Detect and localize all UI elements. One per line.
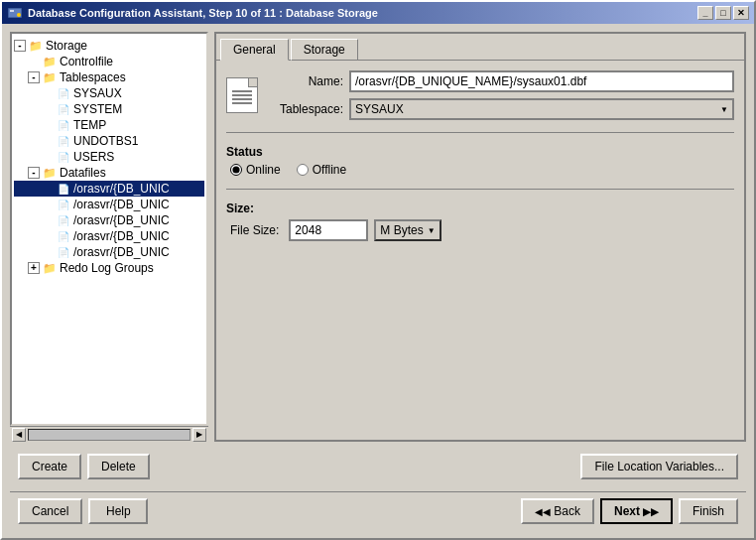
expand-storage[interactable]: - [14,40,26,52]
online-radio-item[interactable]: Online [230,163,281,177]
next-arrow: ▶▶ [643,506,659,517]
file-location-button[interactable]: File Location Variables... [580,454,738,479]
nav-right: ◀◀ Back Next ▶▶ Finish [521,498,738,524]
name-input[interactable] [349,70,734,92]
svg-rect-2 [10,10,14,12]
tab-general[interactable]: General [220,39,289,61]
file-icon-df2: 📄 [56,198,71,211]
file-size-label: File Size: [230,223,279,237]
tree-label-users: USERS [73,150,114,164]
tree-label-temp: TEMP [73,118,106,132]
cancel-button[interactable]: Cancel [18,498,82,524]
file-icon-df1: 📄 [56,182,71,196]
tree-item-users[interactable]: 📄 USERS [14,149,204,165]
close-button[interactable]: ✕ [733,6,749,20]
finish-button[interactable]: Finish [679,498,738,524]
tab-bar: General Storage [216,34,744,60]
bottom-toolbar: Create Delete File Location Variables... [10,450,746,483]
tree-label-system: SYSTEM [73,102,122,116]
file-icon-df3: 📄 [56,213,71,227]
tree-label-storage: Storage [46,39,87,53]
tree-item-storage[interactable]: - 📁 Storage [14,38,204,54]
tree-hscroll[interactable]: ◀ ▶ [10,426,208,442]
divider-status [226,132,734,133]
tree-item-datafiles[interactable]: - 📁 Datafiles [14,165,204,181]
tree-item-controlfile[interactable]: 📁 Controlfile [14,54,204,69]
svg-point-3 [17,13,21,17]
back-label: Back [554,504,580,518]
bytes-dropdown-arrow: ▼ [428,226,436,235]
tree-label-df5: /orasvr/{DB_UNIC [73,245,170,259]
status-radio-group: Online Offline [226,163,734,177]
tree-item-df1[interactable]: 📄 /orasvr/{DB_UNIC [14,181,204,197]
online-label: Online [246,163,281,177]
file-icon-sysaux: 📄 [56,86,71,100]
tree-item-redolog[interactable]: + 📁 Redo Log Groups [14,260,204,276]
right-panel: General Storage [214,32,746,442]
create-button[interactable]: Create [18,454,81,479]
folder-icon-tablespaces: 📁 [42,70,58,84]
delete-button[interactable]: Delete [87,454,150,479]
next-button[interactable]: Next ▶▶ [600,498,673,524]
folder-icon-datafiles: 📁 [42,166,58,180]
tree-label-tablespaces: Tablespaces [60,70,126,84]
offline-radio[interactable] [297,164,309,176]
online-radio[interactable] [230,164,242,176]
name-label: Name: [264,74,343,88]
scroll-track[interactable] [28,429,190,441]
tree-label-df2: /orasvr/{DB_UNIC [73,198,170,211]
tree-item-df4[interactable]: 📄 /orasvr/{DB_UNIC [14,228,204,244]
file-size-input[interactable] [289,219,368,241]
divider-size [226,189,734,190]
doc-lines [228,82,256,108]
doc-line-2 [232,94,252,96]
maximize-button[interactable]: □ [715,6,731,20]
offline-radio-item[interactable]: Offline [297,163,346,177]
general-tab-content: Name: Tablespace: SYSAUX ▼ [216,60,744,440]
tree-item-undotbs1[interactable]: 📄 UNDOTBS1 [14,133,204,149]
tree-label-df3: /orasvr/{DB_UNIC [73,213,170,227]
tree-label-controlfile: Controlfile [60,55,113,68]
tablespace-dropdown-arrow: ▼ [720,105,728,114]
file-icon-temp: 📄 [56,118,71,132]
size-heading: Size: [226,202,734,215]
status-heading: Status [226,145,734,159]
tree-item-df2[interactable]: 📄 /orasvr/{DB_UNIC [14,197,204,212]
doc-line-3 [232,98,252,100]
folder-icon-redolog: 📁 [42,261,58,275]
nav-left: Cancel Help [18,498,148,524]
file-icon-users: 📄 [56,150,71,164]
tree-item-df3[interactable]: 📄 /orasvr/{DB_UNIC [14,212,204,228]
file-size-row: File Size: M Bytes ▼ [226,219,734,241]
tablespace-value: SYSAUX ▼ [349,98,734,120]
help-button[interactable]: Help [88,498,148,524]
tree-item-system[interactable]: 📄 SYSTEM [14,101,204,117]
bytes-dropdown[interactable]: M Bytes ▼ [374,219,441,241]
folder-icon-storage: 📁 [28,39,44,53]
expand-tablespaces[interactable]: - [28,71,40,83]
tree-item-df5[interactable]: 📄 /orasvr/{DB_UNIC [14,244,204,260]
file-icon-system: 📄 [56,102,71,116]
tree-item-temp[interactable]: 📄 TEMP [14,117,204,133]
tree-item-tablespaces[interactable]: - 📁 Tablespaces [14,69,204,85]
scroll-left-btn[interactable]: ◀ [12,428,26,442]
tree-panel[interactable]: - 📁 Storage 📁 Controlfile - 📁 Tablespace… [10,32,208,426]
doc-line-4 [232,102,252,104]
status-section: Status Online Offline [226,145,734,177]
minimize-button[interactable]: _ [697,6,713,20]
expand-datafiles[interactable]: - [28,167,40,179]
expand-redolog[interactable]: + [28,262,40,274]
tab-storage[interactable]: Storage [291,39,358,61]
doc-icon [226,77,258,113]
tree-label-undotbs1: UNDOTBS1 [73,134,138,148]
title-bar: Database Configuration Assistant, Step 1… [2,2,754,24]
tree-item-sysaux[interactable]: 📄 SYSAUX [14,85,204,101]
tree-label-df4: /orasvr/{DB_UNIC [73,229,170,243]
scroll-right-btn[interactable]: ▶ [192,428,206,442]
name-field-row: Name: [264,70,734,92]
back-button[interactable]: ◀◀ Back [521,498,594,524]
tree-label-datafiles: Datafiles [60,166,106,180]
back-arrow: ◀◀ [535,506,551,517]
main-area: - 📁 Storage 📁 Controlfile - 📁 Tablespace… [10,32,746,442]
main-window: Database Configuration Assistant, Step 1… [0,0,756,540]
